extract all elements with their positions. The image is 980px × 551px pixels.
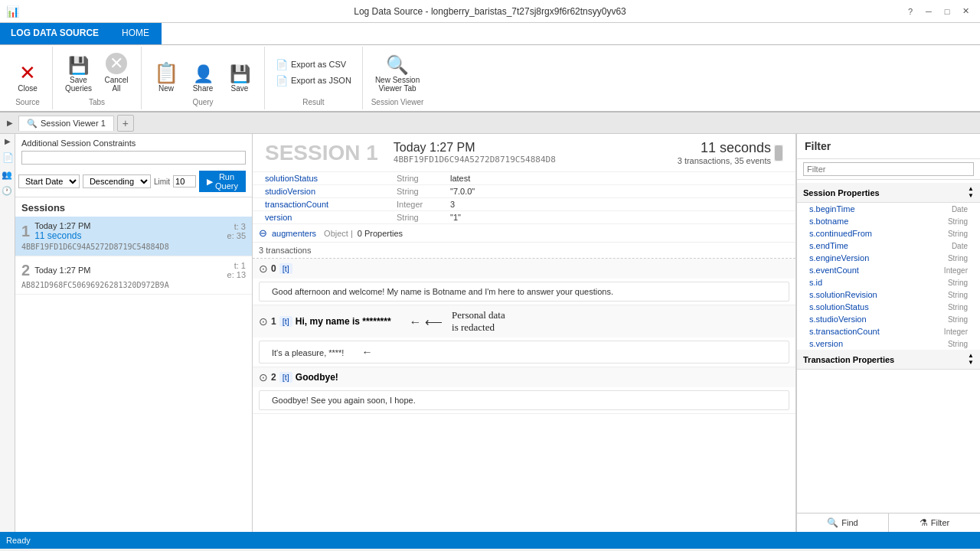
order-by-select[interactable]: Start Date [18,174,80,188]
new-button[interactable]: 📋 New [149,60,183,95]
transaction-2-toggle[interactable]: ⊙ [259,371,268,383]
filter-item-studio-version[interactable]: s.studioVersion String [797,313,980,325]
constraints-input[interactable] [21,151,246,165]
help-button[interactable]: ? [902,3,919,20]
tab-log-data-source[interactable]: LOG DATA SOURCE [0,23,109,44]
txn-scroll-down-icon[interactable]: ▼ [968,360,974,366]
session-item-1[interactable]: 1 Today 1:27 PM 11 seconds t: 3 e: 35 4B [15,217,252,256]
export-json-button[interactable]: 📄 Export as JSON [273,73,354,88]
session-viewer-tab[interactable]: 🔍 Session Viewer 1 [18,116,114,131]
filter-type-transaction-count: Integer [944,328,968,336]
session-detail-scrollbar[interactable] [774,145,783,161]
close-button[interactable]: ✕ Close [11,60,44,95]
sessions-list-header: Sessions [15,197,252,217]
filter-item-id[interactable]: s.id String [797,276,980,289]
window-title: Log Data Source - longberry_baristas_7t2… [354,6,626,17]
share-button[interactable]: 👤 Share [186,64,220,95]
filter-item-solution-revision[interactable]: s.solutionRevision String [797,289,980,301]
sort-select[interactable]: Descending [83,174,151,188]
query-buttons: 📋 New 👤 Share 💾 Save [149,50,256,95]
save-queries-button[interactable]: 💾 SaveQueries [60,55,96,95]
filter-item-version[interactable]: s.version String [797,337,980,350]
transaction-1-toggle[interactable]: ⊙ [259,315,268,328]
scroll-down-icon[interactable]: ▼ [968,193,974,199]
prop-row-3: version String "1" [253,211,795,224]
statusbar-text: Ready [6,536,31,545]
filter-name-solution-status: s.solutionStatus [809,302,869,311]
prop-row-0: solutionStatus String latest [253,172,795,185]
filter-type-botname: String [948,217,968,226]
session-item-2[interactable]: 2 Today 1:27 PM t: 1 e: 13 AB821D968FC50… [15,256,252,295]
minimize-button[interactable]: ─ [920,3,937,20]
new-session-viewer-tab-button[interactable]: 🔍 New SessionViewer Tab [371,54,424,95]
filter-name-version: s.version [809,339,843,348]
titlebar: 📊 Log Data Source - longberry_baristas_7… [0,0,980,23]
cancel-all-button[interactable]: ✕ CancelAll [100,51,133,95]
constraints-label: Additional Session Constraints [21,139,246,148]
filter-item-engine-version[interactable]: s.engineVersion String [797,252,980,264]
filter-item-begin-time[interactable]: s.beginTime Date [797,203,980,215]
share-icon: 👤 [193,66,214,83]
filter-item-continued-from[interactable]: s.continuedFrom String [797,227,980,240]
save-button[interactable]: 💾 Save [223,64,256,95]
prop-type-1: String [390,185,444,198]
prop-type-3: String [390,211,444,224]
transaction-0-toggle-row[interactable]: ⊙ 0 [t] [253,259,795,279]
run-query-label: Run Query [215,172,238,191]
tab-home[interactable]: HOME [109,23,162,44]
prop-name-1: studioVersion [253,185,390,198]
filter-type-studio-version: String [948,315,968,324]
filter-name-id: s.id [809,278,822,287]
nav-arrow[interactable]: ▶ [3,116,17,130]
transaction-1-toggle-row[interactable]: ⊙ 1 [t] Hi, my name is ******** ← ⟵ Pers… [253,305,795,337]
transaction-properties-header[interactable]: Transaction Properties ▲ ▼ [797,350,980,370]
filter-item-transaction-count[interactable]: s.transactionCount Integer [797,325,980,337]
constraints-area: Additional Session Constraints Order By … [15,134,252,197]
limit-input[interactable] [173,175,196,187]
transaction-0-num: 0 [271,263,276,274]
sidebar-file-icon[interactable]: 📄 [2,152,13,163]
filter-type-solution-status: String [948,303,968,311]
transaction-properties-scroll: ▲ ▼ [968,353,974,366]
sidebar-nav-arrow[interactable]: ▶ [5,137,11,145]
augmenters-toggle-icon[interactable]: ⊖ [259,227,267,239]
scroll-up-icon[interactable]: ▲ [968,186,974,192]
transaction-1-arrow2: ← [362,346,373,358]
main-content: ▶ 📄 👥 🕐 Additional Session Constraints O… [0,134,980,532]
transaction-properties-label: Transaction Properties [803,355,894,364]
sidebar-recent-icon[interactable]: 🕐 [2,185,12,195]
filter-type-event-count: Integer [944,266,968,275]
export-json-icon: 📄 [276,75,288,86]
session-properties-header[interactable]: Session Properties ▲ ▼ [797,183,980,203]
save-label: Save [231,84,249,93]
add-tab-button[interactable]: + [117,115,134,132]
filter-type-engine-version: String [948,254,968,262]
filter-search-input[interactable] [803,162,974,176]
prop-name-0: solutionStatus [253,172,390,185]
transaction-0-toggle[interactable]: ⊙ [259,262,268,275]
filter-item-botname[interactable]: s.botname String [797,215,980,227]
session-detail-title: SESSION 1 [265,141,378,165]
transaction-2-toggle-row[interactable]: ⊙ 2 [t] Goodbye! [253,367,795,387]
find-icon: 🔍 [827,517,838,528]
maximize-button[interactable]: □ [939,3,956,20]
export-csv-button[interactable]: 📄 Export as CSV [273,57,354,72]
filter-item-end-time[interactable]: s.endTime Date [797,240,980,252]
run-query-button[interactable]: ▶ Run Query [199,171,246,192]
sessions-panel: Additional Session Constraints Order By … [15,134,253,532]
prop-row-2: transactionCount Integer 3 [253,198,795,211]
session-viewer-tab-icon: 🔍 [27,119,38,129]
titlebar-left: 📊 Log Data Source - longberry_baristas_7… [6,5,19,18]
session-2-e: e: 13 [227,270,246,279]
txn-scroll-up-icon[interactable]: ▲ [968,353,974,359]
transaction-2-label: Goodbye! [296,372,338,383]
transaction-2: ⊙ 2 [t] Goodbye! Goodbye! See you again … [253,367,795,414]
filter-panel: Filter Session Properties ▲ ▼ s.beginTim… [796,134,980,532]
close-window-button[interactable]: ✕ [957,3,974,20]
filter-item-solution-status[interactable]: s.solutionStatus String [797,301,980,313]
session-detail-meta: Today 1:27 PM 4BBF19FD1D6C94A5272D8719C5… [378,141,678,165]
find-button[interactable]: 🔍 Find [797,514,889,532]
filter-button[interactable]: ⚗ Filter [889,514,980,532]
sidebar-shared-queries-icon[interactable]: 👥 [2,169,12,179]
filter-item-event-count[interactable]: s.eventCount Integer [797,264,980,276]
